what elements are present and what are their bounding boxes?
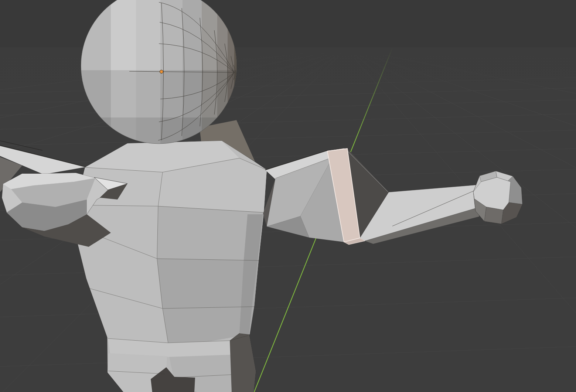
selected-vertex[interactable]: [160, 70, 163, 74]
blender-3d-viewport[interactable]: [0, 0, 576, 392]
fist: [473, 171, 522, 224]
viewport-canvas[interactable]: [0, 0, 576, 392]
